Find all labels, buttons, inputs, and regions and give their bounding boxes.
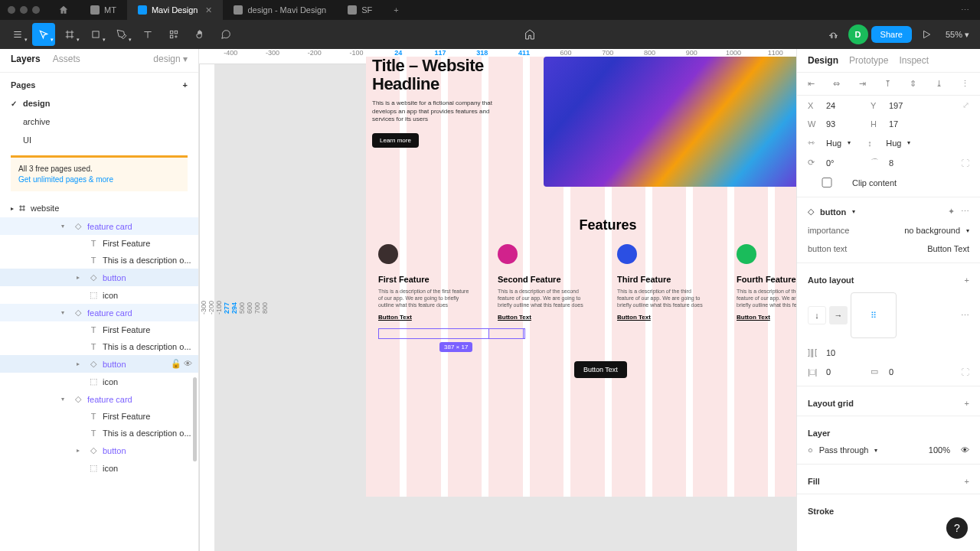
feature-button[interactable]: Button Text [737,314,770,321]
layer-row[interactable]: TFirst Feature [0,408,198,425]
window-controls[interactable] [0,6,47,14]
distribute-icon: ⋮ [961,79,969,89]
layers-tab[interactable]: Layers [11,54,41,64]
clip-checkbox[interactable] [808,178,846,187]
resize-h[interactable]: Hug [886,139,901,148]
hero-cta-button[interactable]: Learn more [372,133,419,148]
clip-label: Clip content [852,178,897,187]
avatar[interactable]: D [848,24,868,44]
design-tab[interactable]: Design [808,55,838,66]
layer-row[interactable]: TThis is a description o... [0,425,198,442]
file-tab[interactable]: Mavi Design✕ [127,0,224,20]
pages-label: Pages [11,80,35,90]
layer-row[interactable]: ⬚icon [0,459,198,477]
move-tool[interactable]: ▾ [32,23,55,46]
canvas[interactable]: -400-300-200-100241173184116007008009001… [199,49,796,551]
feature-icon [737,244,756,264]
right-panel: Design Prototype Inspect ⇤⇔⇥⤒⇕⤓⋮ XY⤢ WH … [796,49,980,551]
al-menu-icon[interactable]: ⋯ [961,311,969,321]
feature-title: Fourth Feature [737,275,796,284]
home-tab[interactable] [47,0,80,20]
layer-tree[interactable]: ▾◇feature cardTFirst FeatureTThis is a d… [0,217,198,551]
hand-tool[interactable] [188,23,211,46]
feature-button[interactable]: Button Text [378,314,412,321]
radius-input[interactable] [889,158,927,168]
text-tool[interactable] [136,23,159,46]
inspect-tab[interactable]: Inspect [899,55,929,66]
main-menu-button[interactable]: ▾ [6,23,29,46]
shape-tool[interactable]: ▾ [84,23,107,46]
instance-menu-icon[interactable]: ⋯ [961,207,969,217]
feature-button[interactable]: Button Text [498,314,531,321]
feature-button[interactable]: Button Text [617,314,651,321]
frame-header[interactable]: ▸ website [0,199,198,217]
align-controls[interactable]: ⇤⇔⇥⤒⇕⤓⋮ [797,73,980,96]
frame-tool[interactable]: ▾ [58,23,81,46]
layer-row[interactable]: ⬚icon [0,286,198,304]
share-button[interactable]: Share [871,26,912,43]
new-tab-button[interactable]: + [383,5,409,15]
page-selector[interactable]: design ▾ [153,54,188,64]
blend-mode[interactable]: Pass through [819,445,869,455]
rotation-input[interactable] [826,158,864,168]
resize-w[interactable]: Hug [826,139,841,148]
assets-tab[interactable]: Assets [53,54,80,64]
al-padv-input[interactable] [889,367,927,377]
prototype-tab[interactable]: Prototype [849,55,888,66]
layer-row[interactable]: ▸◇button [0,269,198,286]
button-text-value[interactable]: Button Text [927,244,969,253]
zoom-level[interactable]: 55% ▾ [941,30,974,40]
layer-row[interactable]: ⬚icon [0,373,198,390]
al-gap-input[interactable] [826,348,864,357]
layer-row[interactable]: ▸◇button [0,442,198,459]
al-vertical[interactable]: ↓ [808,306,826,324]
feature-desc: This is a description of the second feat… [498,288,590,308]
add-page-button[interactable]: + [183,80,188,90]
hero-title: Title – Website Headline [372,57,525,93]
x-input[interactable] [826,101,864,110]
grid-add[interactable]: + [965,399,969,408]
page-item[interactable]: archive [0,112,198,131]
feature-desc: This is a description of the first featu… [378,288,470,308]
close-icon[interactable]: ✕ [205,5,212,15]
h-input[interactable] [889,119,927,129]
al-pad-expand-icon[interactable]: ⛶ [961,367,969,377]
al-padh-input[interactable] [826,367,864,377]
autolayout-add[interactable]: + [965,276,969,285]
present-button[interactable] [915,23,938,46]
fill-add[interactable]: + [965,477,969,486]
layer-row[interactable]: ▸◇button🔓👁 [0,355,198,373]
layer-row[interactable]: TThis is a description o... [0,338,198,355]
file-tab[interactable]: design - Mavi Design [223,0,337,20]
layer-row[interactable]: ▾◇feature card [0,390,198,408]
instance-name[interactable]: button [820,207,846,217]
al-alignment-box[interactable]: ⠿ [851,292,897,338]
visibility-icon[interactable]: 👁 [961,445,969,455]
w-input[interactable] [826,119,864,129]
help-button[interactable]: ? [946,517,968,539]
importance-value[interactable]: no background [904,226,960,235]
back-to-files-icon[interactable] [518,23,541,46]
constrain-icon[interactable]: ⤢ [962,100,969,110]
al-horizontal[interactable]: → [829,306,848,324]
layer-row[interactable]: TThis is a description o... [0,252,198,269]
page-item[interactable]: design [0,94,198,112]
file-tab[interactable]: SF [337,0,383,20]
layer-row[interactable]: TFirst Feature [0,321,198,338]
y-input[interactable] [889,101,927,110]
resources-tool[interactable] [162,23,185,46]
comment-tool[interactable] [214,23,237,46]
file-tab[interactable]: MT [80,0,127,20]
layer-row[interactable]: ▾◇feature card [0,217,198,235]
layer-row[interactable]: TFirst Feature [0,235,198,252]
opacity-value[interactable]: 100% [929,445,950,455]
page-item[interactable]: UI [0,131,198,149]
instance-swap-icon[interactable]: ✦ [948,207,955,217]
pen-tool[interactable]: ▾ [110,23,133,46]
corners-icon[interactable]: ⛶ [961,158,969,168]
upgrade-link[interactable]: Get unlimited pages & more [18,175,113,184]
layer-row[interactable]: ▾◇feature card [0,304,198,321]
audio-icon[interactable] [822,23,845,46]
overflow-icon[interactable]: ⋯ [950,5,980,15]
section-button[interactable]: Button Text [574,361,627,378]
